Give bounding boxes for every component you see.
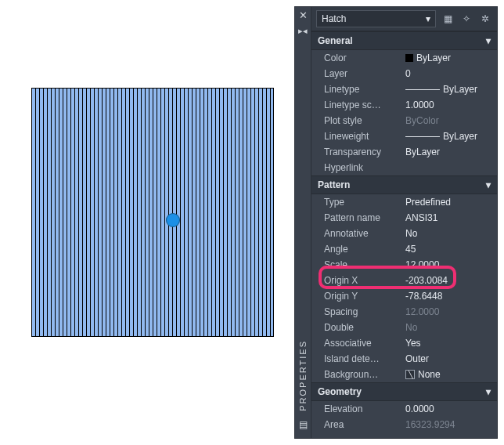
prop-value: 1.0000 [405, 99, 434, 110]
lineweight-swatch-icon [405, 136, 440, 137]
prop-label: Pattern name [311, 212, 402, 223]
prop-label: Annotative [311, 228, 402, 239]
prop-value: 12.0000 [405, 306, 439, 317]
prop-value: No [405, 322, 417, 333]
hatch-object[interactable] [31, 88, 274, 337]
prop-label: Spacing [311, 306, 402, 317]
prop-value: 0.0000 [405, 403, 434, 414]
prop-label: Associative [311, 338, 402, 349]
prop-row-origin-x[interactable]: Origin X -203.0084 [311, 273, 497, 288]
prop-value: ByLayer [416, 52, 451, 63]
prop-row-type[interactable]: Type Predefined [311, 194, 497, 210]
prop-value: 0 [405, 68, 411, 79]
prop-row-angle[interactable]: Angle 45 [311, 241, 497, 257]
prop-value: ByLayer [405, 147, 440, 157]
quick-select-icon[interactable]: ✲ [478, 12, 492, 26]
prop-label: Double [311, 322, 402, 333]
prop-label: Backgroun… [311, 369, 402, 380]
chevron-down-icon: ▾ [426, 13, 430, 24]
prop-row-color[interactable]: Color ByLayer [311, 50, 497, 66]
prop-value: Yes [405, 338, 421, 349]
category-geometry-header[interactable]: Geometry ▾ [311, 382, 497, 401]
palette-header: Hatch ▾ ▦ ✧ ✲ [311, 7, 497, 31]
category-general-title: General [318, 35, 353, 46]
category-pattern-title: Pattern [318, 179, 350, 190]
palette-body: Hatch ▾ ▦ ✧ ✲ General ▾ Color ByLayer La… [311, 6, 498, 439]
selection-grip[interactable] [166, 213, 180, 227]
select-objects-icon[interactable]: ✧ [459, 12, 473, 26]
prop-label: Linetype sc… [311, 99, 402, 110]
prop-row-lineweight[interactable]: Lineweight ByLayer [311, 128, 497, 144]
prop-label: Island dete… [311, 353, 402, 364]
palette-title: PROPERTIES [298, 340, 308, 411]
object-type-select[interactable]: Hatch ▾ [316, 10, 436, 27]
collapse-arrow-icon: ▾ [486, 35, 491, 46]
prop-label: Angle [311, 244, 402, 255]
prop-label: Transparency [311, 147, 402, 157]
prop-label: Linetype [311, 84, 402, 95]
prop-label: Lineweight [311, 131, 402, 142]
category-geometry-rows: Elevation 0.0000 Area 16323.9294 [311, 401, 497, 432]
prop-label: Scale [311, 259, 402, 270]
prop-value: ANSI31 [405, 212, 437, 223]
prop-value: Outer [405, 353, 429, 364]
prop-label: Elevation [311, 403, 402, 414]
prop-label: Area [311, 419, 402, 430]
prop-row-associative[interactable]: Associative Yes [311, 335, 497, 351]
prop-value: ByLayer [443, 131, 477, 142]
object-type-value: Hatch [322, 13, 346, 24]
prop-label: Color [311, 52, 402, 63]
prop-row-hyperlink[interactable]: Hyperlink [311, 160, 497, 175]
prop-label: Plot style [311, 115, 402, 126]
collapse-arrow-icon: ▾ [486, 179, 491, 190]
prop-row-transparency[interactable]: Transparency ByLayer [311, 144, 497, 160]
prop-label: Origin Y [311, 291, 402, 302]
prop-label: Type [311, 197, 402, 208]
prop-row-double: Double No [311, 320, 497, 335]
category-general-header[interactable]: General ▾ [311, 31, 497, 50]
collapse-icon[interactable]: ▸◂ [298, 27, 308, 35]
prop-row-area: Area 16323.9294 [311, 417, 497, 432]
prop-value: ByLayer [443, 84, 477, 95]
prop-label: Layer [311, 68, 402, 79]
prop-value: No [405, 228, 417, 239]
prop-row-scale[interactable]: Scale 12.0000 [311, 257, 497, 273]
prop-value: 12.0000 [405, 259, 439, 270]
prop-value: -78.6448 [405, 291, 442, 302]
prop-value: None [418, 369, 441, 380]
options-icon[interactable]: ▤ [299, 419, 308, 430]
palette-rail: ✕ ▸◂ PROPERTIES ▤ [294, 6, 311, 439]
prop-value: 45 [405, 244, 416, 255]
category-geometry-title: Geometry [318, 386, 362, 397]
prop-value: 16323.9294 [405, 419, 455, 430]
collapse-arrow-icon: ▾ [486, 386, 491, 397]
prop-row-linetype[interactable]: Linetype ByLayer [311, 81, 497, 97]
prop-label: Hyperlink [311, 162, 402, 173]
color-swatch-icon [405, 54, 413, 62]
prop-row-plot-style: Plot style ByColor [311, 113, 497, 128]
prop-row-linetype-scale[interactable]: Linetype sc… 1.0000 [311, 97, 497, 113]
prop-row-spacing: Spacing 12.0000 [311, 304, 497, 320]
properties-palette: ✕ ▸◂ PROPERTIES ▤ Hatch ▾ ▦ ✧ ✲ General … [294, 6, 498, 439]
prop-row-layer[interactable]: Layer 0 [311, 66, 497, 81]
prop-value: ByColor [405, 115, 439, 126]
prop-row-annotative[interactable]: Annotative No [311, 226, 497, 241]
prop-row-island-detection[interactable]: Island dete… Outer [311, 351, 497, 367]
close-icon[interactable]: ✕ [299, 10, 308, 20]
prop-row-pattern-name[interactable]: Pattern name ANSI31 [311, 210, 497, 226]
prop-label: Origin X [311, 275, 402, 286]
prop-row-elevation[interactable]: Elevation 0.0000 [311, 401, 497, 417]
category-pattern-header[interactable]: Pattern ▾ [311, 175, 497, 194]
none-swatch-icon: ╲ [405, 370, 415, 379]
prop-row-background-color[interactable]: Backgroun… ╲None [311, 367, 497, 382]
category-general-rows: Color ByLayer Layer 0 Linetype ByLayer L… [311, 50, 497, 175]
pickadd-icon[interactable]: ▦ [441, 12, 455, 26]
category-pattern-rows: Type Predefined Pattern name ANSI31 Anno… [311, 194, 497, 382]
prop-row-origin-y[interactable]: Origin Y -78.6448 [311, 288, 497, 304]
linetype-swatch-icon [405, 89, 440, 90]
prop-value: Predefined [405, 197, 451, 208]
prop-value: -203.0084 [405, 275, 448, 286]
